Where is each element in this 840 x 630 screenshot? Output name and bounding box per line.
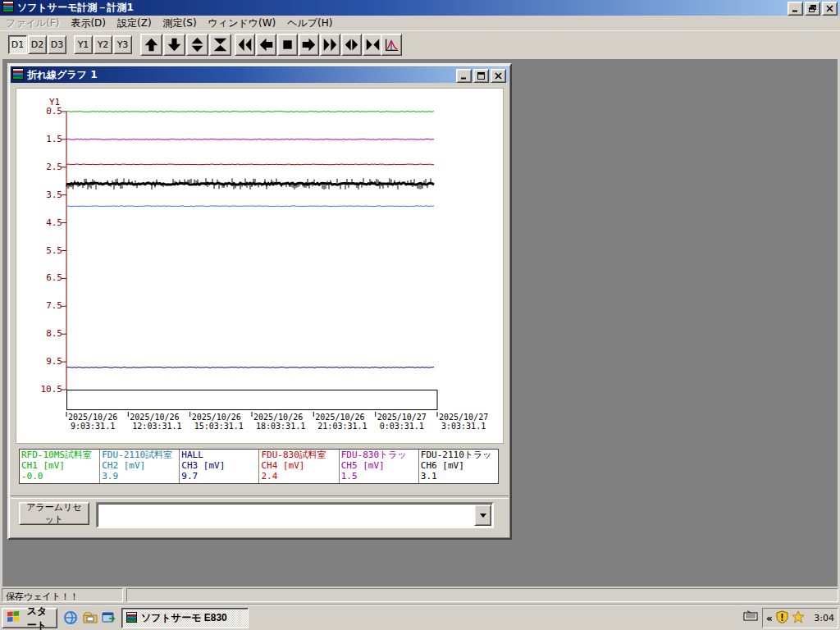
y-axis-tick-label: 4.5 <box>23 218 62 228</box>
status-message: 保存ウェイト！！ <box>2 588 123 602</box>
legend-cell: FDU-830試料室CH4 [mV]2.4 <box>258 450 338 483</box>
expand-horizontal-icon <box>344 37 359 52</box>
expand-vertical-button[interactable] <box>186 34 208 56</box>
skip-forward-icon <box>322 37 338 52</box>
star-icon[interactable] <box>792 610 805 626</box>
legend-cell: FDU-2110試料室CH2 [mV]3.9 <box>99 450 179 483</box>
quicklaunch-outlook-icon[interactable] <box>100 609 116 626</box>
menu-bar: ファイル(F) 表示(D) 設定(Z) 測定(S) ウィンドウ(W) ヘルプ(H… <box>0 16 840 31</box>
security-shield-icon[interactable] <box>776 610 788 626</box>
main-titlebar[interactable]: ソフトサーモ計測－計測1 <box>0 0 840 16</box>
legend-cell: FDU-830トラッCH5 [mV]1.5 <box>339 450 418 483</box>
start-label: スタート <box>22 605 52 630</box>
y-axis-tick-label: 7.5 <box>23 301 62 311</box>
legend-cell: FDU-2110トラッCH6 [mV]3.1 <box>418 450 498 483</box>
graph-settings-button[interactable] <box>381 34 402 56</box>
task-button-label: ソフトサーモ E830 <box>141 611 227 625</box>
y-axis-tick-label: 6.5 <box>23 273 62 283</box>
series-line-CH4 <box>66 164 434 165</box>
x-axis-tick-label: 2025/10/2615:03:31.1 <box>192 413 244 431</box>
series-line-CH5 <box>66 139 434 140</box>
collapse-vertical-button[interactable] <box>209 34 231 56</box>
quicklaunch-ie-icon[interactable] <box>62 609 79 626</box>
scroll-down-button[interactable] <box>163 34 185 56</box>
line-chart: Y1 0.51.52.53.54.55.56.57.58.59.510.5 20… <box>16 88 504 444</box>
graph-maximize-button[interactable] <box>473 69 489 83</box>
y-axis-tick-label: 0.5 <box>23 107 62 116</box>
menu-measure[interactable]: 測定(S) <box>158 15 203 32</box>
close-button[interactable] <box>822 2 838 16</box>
skip-back-button[interactable] <box>235 34 255 56</box>
collapse-horizontal-icon <box>365 37 381 52</box>
graph-window: 折れ線グラフ 1 Y1 0.51.52.53.54.55.56.57.58.59… <box>7 63 512 540</box>
taskbar: スタート ソフトサーモ E830 « 3:04 <box>0 605 840 630</box>
expand-horizontal-button[interactable] <box>341 34 362 56</box>
status-panel-2 <box>126 588 838 602</box>
system-tray: « 3:04 <box>762 608 838 628</box>
menu-help[interactable]: ヘルプ(H) <box>281 15 338 32</box>
left-arrow-icon <box>258 37 274 52</box>
channel-legend-table: RFD-10MS試料室CH1 [mV]-0.0FDU-2110試料室CH2 [m… <box>19 449 499 484</box>
x-axis-tick-label: 2025/10/270:03:31.1 <box>377 413 427 431</box>
task-button-softthermo[interactable]: ソフトサーモ E830 <box>121 608 249 628</box>
toolbar-d2-button[interactable]: D2 <box>28 35 47 54</box>
x-axis-tick-label: 2025/10/269:03:31.1 <box>68 413 117 431</box>
stop-button[interactable] <box>277 34 298 56</box>
y-axis-tick-label: 3.5 <box>23 190 62 200</box>
legend-cell: HALLCH3 [mV]9.7 <box>179 450 258 483</box>
x-axis-tick-label: 2025/10/273:03:31.1 <box>439 413 488 431</box>
skip-forward-button[interactable] <box>320 34 340 56</box>
toolbar-y1-button[interactable]: Y1 <box>74 35 93 54</box>
step-forward-button[interactable] <box>299 34 319 56</box>
toolbar-d1-button[interactable]: D1 <box>8 35 27 54</box>
windows-logo-icon <box>7 611 20 625</box>
collapse-vertical-icon <box>212 37 228 52</box>
screen: ソフトサーモ計測－計測1 ファイル(F) 表示(D) 設定(Z) 測定(S) ウ… <box>0 0 840 630</box>
x-axis-tick-label: 2025/10/2621:03:31.1 <box>315 413 367 431</box>
graph-close-button[interactable] <box>491 69 506 83</box>
graph-window-body: Y1 0.51.52.53.54.55.56.57.58.59.510.5 20… <box>11 83 509 536</box>
graph-window-title: 折れ線グラフ 1 <box>27 68 98 82</box>
minimize-button[interactable] <box>788 2 803 16</box>
start-button[interactable]: スタート <box>2 608 57 628</box>
graph-window-titlebar[interactable]: 折れ線グラフ 1 <box>11 66 509 83</box>
series-line-CH2 <box>66 206 434 207</box>
menu-settings[interactable]: 設定(Z) <box>112 15 158 32</box>
status-bar: 保存ウェイト！！ <box>0 587 840 605</box>
right-arrow-icon <box>301 37 317 52</box>
menu-file[interactable]: ファイル(F) <box>0 15 65 32</box>
expand-vertical-icon <box>189 37 205 52</box>
menu-window[interactable]: ウィンドウ(W) <box>203 15 282 32</box>
app-icon <box>2 1 14 15</box>
combobox-dropdown-button[interactable] <box>474 504 491 526</box>
down-arrow-icon <box>167 37 182 52</box>
quicklaunch-desktop-icon[interactable] <box>82 609 98 626</box>
restore-button[interactable] <box>805 2 820 16</box>
stop-icon <box>280 37 295 52</box>
y-axis-tick-label: 1.5 <box>23 135 62 144</box>
window-title: ソフトサーモ計測－計測1 <box>17 1 134 15</box>
y-axis-tick-label: 5.5 <box>23 246 62 256</box>
x-axis-tick-label: 2025/10/2612:03:31.1 <box>130 413 181 431</box>
y-axis-tick-label: 10.5 <box>23 385 62 395</box>
skip-back-icon <box>237 37 253 52</box>
graph-window-icon <box>12 68 24 82</box>
taskbar-clock: 3:04 <box>814 613 834 623</box>
legend-cell: RFD-10MS試料室CH1 [mV]-0.0 <box>20 450 99 483</box>
step-back-button[interactable] <box>256 34 276 56</box>
chevron-down-icon <box>480 514 486 518</box>
keyboard-icon[interactable] <box>743 610 758 624</box>
toolbar: D1 D2 D3 Y1 Y2 Y3 <box>0 30 840 60</box>
scroll-up-button[interactable] <box>140 34 162 56</box>
menu-view[interactable]: 表示(D) <box>65 15 112 32</box>
alarm-combobox[interactable] <box>96 502 494 528</box>
series-line-CH1 <box>66 112 434 112</box>
toolbar-y2-button[interactable]: Y2 <box>94 35 112 54</box>
tray-chevron[interactable]: « <box>766 613 773 624</box>
alarm-reset-button[interactable]: アラームリセット <box>19 502 89 525</box>
y-axis-tick-label: 2.5 <box>23 162 62 172</box>
toolbar-d3-button[interactable]: D3 <box>48 35 66 54</box>
toolbar-y3-button[interactable]: Y3 <box>113 35 132 54</box>
series-line-CH3 <box>66 368 434 368</box>
graph-minimize-button[interactable] <box>456 69 472 83</box>
